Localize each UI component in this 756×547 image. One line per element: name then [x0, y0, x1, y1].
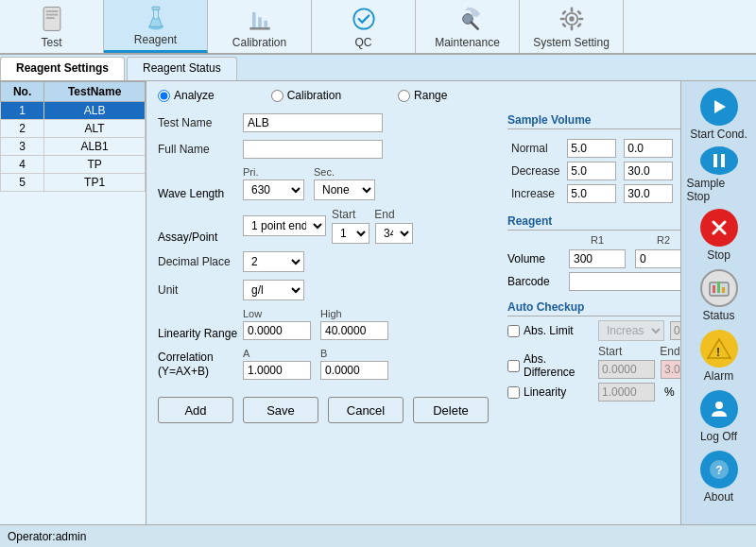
sv-v2-input[interactable]	[624, 162, 673, 180]
test-row[interactable]: 2ALT	[1, 120, 146, 138]
correlation-inputs: A B	[243, 348, 388, 380]
sample-vol-row: Decrease	[507, 160, 680, 182]
radio-analyze[interactable]: Analyze	[158, 89, 215, 102]
sv-label: Decrease	[507, 160, 563, 182]
svg-text:!: !	[716, 346, 720, 359]
sv-label: Increase	[507, 182, 563, 205]
corr-a-input[interactable]	[243, 361, 311, 380]
test-row[interactable]: 3ALB1	[1, 138, 146, 156]
linearity-row: Linearity %	[507, 383, 680, 402]
test-name: ALT	[44, 120, 146, 138]
pause-icon	[700, 146, 738, 175]
start-select[interactable]: 1	[332, 223, 369, 244]
linearity-high-input[interactable]	[320, 321, 388, 340]
full-name-input[interactable]	[243, 140, 383, 159]
stop-button[interactable]: Stop	[687, 207, 751, 264]
linearity-checkbox[interactable]	[507, 386, 520, 399]
linearity-low-input[interactable]	[243, 321, 311, 340]
nav-test[interactable]: Test	[0, 0, 104, 53]
assay-point-select[interactable]: 1 point end 2 point end Kinetic	[243, 215, 326, 236]
wave-length-row: Wave Length Pri. 630 340405450505 546570…	[158, 166, 489, 200]
content-area: Analyze Calibration Range Test Name Full…	[146, 81, 680, 524]
status-bar: Operator:admin	[0, 524, 756, 547]
unit-select[interactable]: g/l mg/lumol/lmmol/lU/LIU/L	[243, 280, 304, 300]
abs-diff-end-input	[661, 360, 680, 379]
col-testname: TestName	[44, 82, 146, 102]
linearity-label[interactable]: Linearity	[507, 385, 593, 399]
barcode-input[interactable]	[569, 272, 680, 291]
top-nav: Test Reagent Calibration QC M	[0, 0, 756, 55]
add-button[interactable]: Add	[158, 397, 233, 423]
sample-stop-button[interactable]: Sample Stop	[687, 146, 751, 203]
svg-rect-19	[561, 10, 567, 16]
status-text: Operator:admin	[8, 530, 86, 543]
about-button[interactable]: ? About	[687, 449, 751, 505]
left-panel: No. TestName 1ALB2ALT3ALB14TP5TP1	[0, 81, 146, 524]
abs-diff-label[interactable]: Abs. Difference	[507, 352, 593, 379]
start-cond-button[interactable]: Start Cond.	[687, 86, 751, 143]
save-button[interactable]: Save	[243, 397, 318, 423]
tab-reagent-status[interactable]: Reagent Status	[127, 57, 237, 80]
stop-icon	[700, 209, 738, 247]
b-col: B	[320, 348, 388, 380]
wave-length-label: Wave Length	[158, 187, 243, 200]
corr-b-input[interactable]	[320, 361, 388, 380]
abs-diff-row: Abs. Difference Start End	[507, 345, 680, 379]
test-row[interactable]: 1ALB	[1, 102, 146, 120]
r2-volume-input[interactable]	[635, 249, 680, 268]
test-name-input[interactable]	[243, 113, 383, 132]
form-right: Sample Volume Normal Decrease Increase R…	[507, 113, 680, 433]
correlation-row: Correlation(Y=AX+B) A B	[158, 348, 489, 380]
svg-marker-23	[714, 100, 726, 113]
svg-rect-24	[713, 154, 717, 167]
decimal-place-select[interactable]: 01234	[243, 251, 304, 272]
pri-wavelength-select[interactable]: 630 340405450505 546570600 660700750800	[243, 179, 304, 200]
reagent-section: Reagent R1 R2 Volume Barcode	[507, 214, 680, 291]
svg-point-14	[569, 16, 574, 21]
reagent-title: Reagent	[507, 214, 680, 231]
log-off-button[interactable]: Log Off	[687, 388, 751, 445]
sv-v2-input[interactable]	[624, 139, 673, 158]
abs-diff-checkbox[interactable]	[507, 360, 520, 372]
unit-row: Unit g/l mg/lumol/lmmol/lU/LIU/L	[158, 280, 489, 300]
abs-limit-checkbox[interactable]	[507, 325, 520, 337]
assay-row: Assay/Point 1 point end 2 point end Kine…	[158, 208, 489, 244]
volume-label: Volume	[507, 252, 559, 265]
cancel-button[interactable]: Cancel	[328, 397, 404, 423]
alarm-button[interactable]: ! Alarm	[687, 328, 751, 385]
test-row[interactable]: 4TP	[1, 156, 146, 174]
tab-reagent-settings[interactable]: Reagent Settings	[0, 57, 125, 80]
svg-rect-30	[717, 282, 720, 293]
high-col: High	[320, 308, 388, 340]
nav-system-setting[interactable]: System Setting	[520, 0, 624, 53]
test-row[interactable]: 5TP1	[1, 174, 146, 192]
end-select[interactable]: 34	[375, 223, 413, 244]
nav-calibration[interactable]: Calibration	[208, 0, 312, 53]
radio-calibration[interactable]: Calibration	[271, 89, 341, 102]
sv-v1-input[interactable]	[567, 184, 616, 203]
sv-v1-input[interactable]	[567, 162, 616, 180]
nav-maintenance[interactable]: Maintenance	[416, 0, 520, 53]
svg-rect-8	[252, 12, 256, 27]
nav-reagent[interactable]: Reagent	[104, 0, 208, 53]
status-icon	[700, 269, 738, 307]
radio-range[interactable]: Range	[398, 89, 447, 102]
svg-rect-29	[713, 285, 715, 293]
r1-volume-input[interactable]	[569, 249, 626, 268]
delete-button[interactable]: Delete	[413, 397, 489, 423]
sv-v1-input[interactable]	[567, 139, 616, 158]
svg-text:?: ?	[715, 464, 722, 477]
svg-rect-10	[264, 21, 267, 27]
sv-v2-input[interactable]	[624, 184, 673, 203]
status-button[interactable]: Status	[687, 267, 751, 324]
reagent-icon	[139, 4, 173, 31]
nav-qc[interactable]: QC	[312, 0, 416, 53]
svg-rect-20	[576, 23, 582, 28]
auto-checkup-title: Auto Checkup	[507, 300, 680, 316]
abs-limit-label[interactable]: Abs. Limit	[507, 324, 593, 337]
main-layout: No. TestName 1ALB2ALT3ALB14TP5TP1 Analyz…	[0, 81, 756, 524]
svg-rect-7	[249, 27, 269, 30]
right-sidebar: Start Cond. Sample Stop Stop	[680, 81, 756, 524]
sec-wavelength-select[interactable]: None 340405450505 546570600630 660700750…	[314, 179, 375, 200]
assay-label: Assay/Point	[158, 231, 243, 244]
